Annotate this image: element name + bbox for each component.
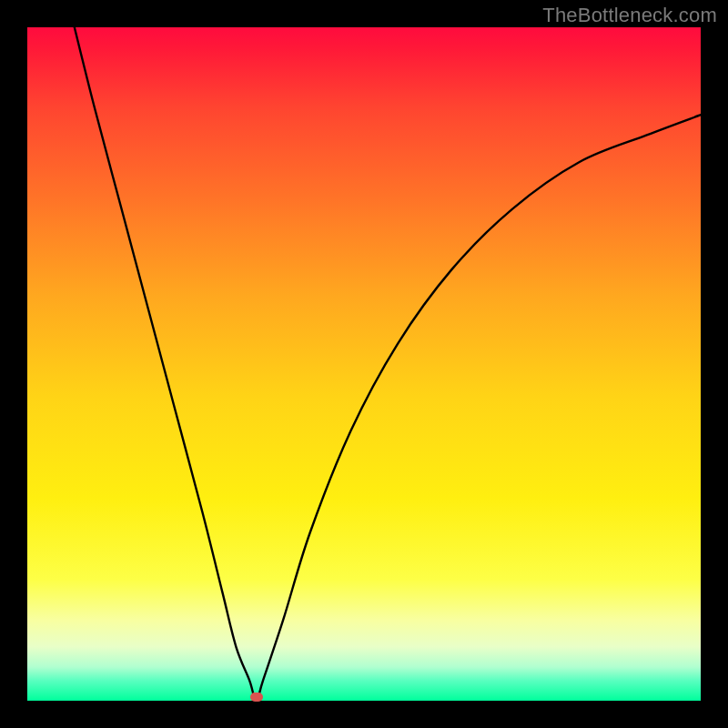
bottleneck-curve (75, 27, 701, 701)
minimum-marker (250, 693, 263, 702)
watermark: TheBottleneck.com (542, 4, 717, 27)
chart-svg (27, 27, 701, 701)
plot-area (27, 27, 701, 701)
